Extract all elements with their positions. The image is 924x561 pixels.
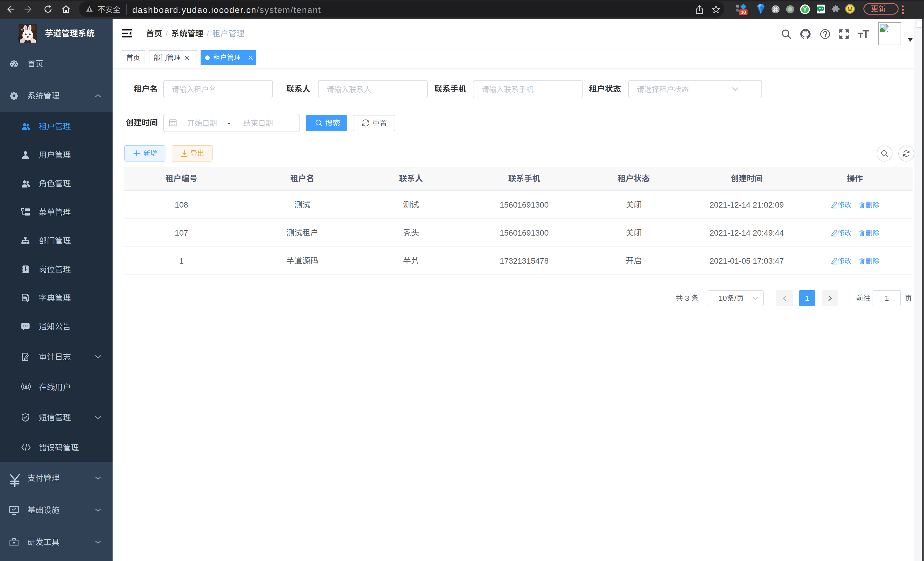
svg-text:10: 10 (741, 10, 746, 15)
